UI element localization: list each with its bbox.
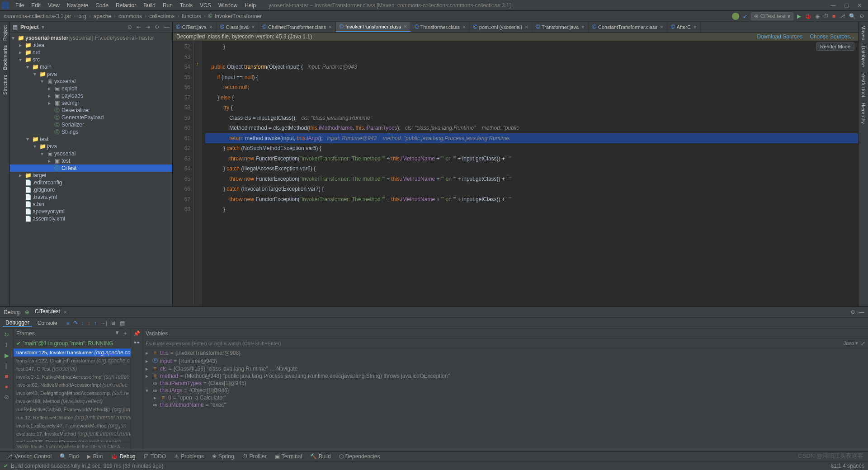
tree-item[interactable]: 📄.gitignore: [10, 186, 172, 193]
force-step-icon[interactable]: ↓: [88, 320, 90, 326]
tree-item[interactable]: ⒸStrings: [10, 128, 172, 136]
tree-item[interactable]: ▸▣test: [10, 157, 172, 164]
frame-row[interactable]: evaluate:17, InvokeMethod (org.junit.int…: [14, 430, 131, 438]
bottom-tab-version-control[interactable]: ⎇Version Control: [3, 453, 55, 460]
variables-tree[interactable]: ▸≡this = {InvokerTransformer@908}▸Ⓟinput…: [143, 348, 868, 451]
bottom-tab-find[interactable]: 🔍Find: [56, 453, 82, 460]
evaluate-input[interactable]: [146, 341, 841, 346]
glasses-icon[interactable]: 👓: [133, 339, 140, 346]
tree-root[interactable]: ▾📁ysoserial-master [ysoserial] F:\code\y…: [10, 34, 172, 42]
evaluate-icon[interactable]: 🖩: [111, 320, 116, 326]
tree-item[interactable]: ▸📁.idea: [10, 42, 172, 49]
tree-item[interactable]: 📄appveyor.yml: [10, 208, 172, 215]
pin-icon[interactable]: 📌: [133, 330, 140, 337]
bottom-tab-profiler[interactable]: ⏱Profiler: [239, 453, 270, 460]
console-tab[interactable]: Console: [35, 320, 60, 326]
close-tab-icon[interactable]: ×: [209, 24, 212, 30]
resume-icon[interactable]: ▶: [5, 352, 9, 359]
tree-item[interactable]: ⒸGeneratePayload: [10, 114, 172, 121]
menu-tools[interactable]: Tools: [176, 2, 196, 9]
cursor-position[interactable]: 61:1 4 spaces: [830, 463, 864, 469]
variable-row[interactable]: ∞this.iParamTypes = {Class[1]@945}: [143, 380, 868, 387]
bottom-tab-debug[interactable]: 🐞Debug: [107, 453, 139, 460]
variable-row[interactable]: ∞this.iMethodName = "exec": [143, 401, 868, 409]
close-tab-icon[interactable]: ×: [525, 24, 528, 30]
debug-icon[interactable]: 🐞: [805, 13, 811, 19]
trace-icon[interactable]: ▤: [120, 320, 125, 326]
editor-tab[interactable]: ©ChainedTransformer.class×: [259, 22, 336, 32]
run-to-cursor-icon[interactable]: →|: [100, 320, 107, 326]
breadcrumb-item[interactable]: commons: [118, 13, 142, 19]
maximize-icon[interactable]: ▢: [844, 2, 849, 9]
settings-icon[interactable]: ⚙: [850, 309, 855, 315]
breadcrumb-item[interactable]: apache: [94, 13, 111, 19]
run-config-dropdown[interactable]: ⊕ CiTest.test ▾: [751, 12, 793, 20]
menu-build[interactable]: Build: [140, 2, 159, 9]
right-tool-restfultool[interactable]: RestfulTool: [861, 72, 866, 97]
reader-mode-badge[interactable]: Reader Mode: [816, 42, 854, 51]
project-view-icon[interactable]: ▤: [13, 24, 18, 30]
tree-item[interactable]: 📄a.bin: [10, 201, 172, 208]
bottom-tab-spring[interactable]: ❀Spring: [208, 453, 238, 460]
bottom-tab-problems[interactable]: ⚠Problems: [170, 453, 208, 460]
frame-row[interactable]: invoke:498, Method (java.lang.reflect): [14, 397, 131, 405]
editor-tab[interactable]: ©InvokerTransformer.class×: [336, 22, 411, 32]
frame-row[interactable]: test:147, CiTest (ysoserial): [14, 365, 131, 373]
rerun-icon[interactable]: ↻: [4, 331, 9, 338]
git-branch-icon[interactable]: ⎇: [839, 13, 845, 19]
tree-item[interactable]: ⒸDeserializer: [10, 107, 172, 114]
frame-row[interactable]: invoke:43, DelegatingMethodAccessorImpl …: [14, 389, 131, 397]
close-icon[interactable]: ✕: [857, 2, 862, 9]
thread-selector[interactable]: "main"@1 in group "main": RUNNING: [23, 340, 113, 347]
editor-tab[interactable]: ©pom.xml (ysoserial)×: [470, 22, 532, 32]
stop-icon[interactable]: ■: [832, 13, 835, 19]
hide-icon[interactable]: —: [859, 309, 864, 315]
menu-window[interactable]: Window: [215, 2, 241, 9]
bottom-tab-build[interactable]: 🔨Build: [307, 453, 335, 460]
close-tab-icon[interactable]: ×: [693, 24, 697, 30]
variable-row[interactable]: ▸≡method = {Method@948} "public java.lan…: [143, 372, 868, 380]
tree-item[interactable]: ▾📁java: [10, 143, 172, 150]
profile-icon[interactable]: ⏱: [823, 13, 829, 19]
debugger-tab[interactable]: Debugger: [3, 320, 32, 327]
tree-item[interactable]: ▸▣exploit: [10, 85, 172, 92]
coverage-icon[interactable]: ◉: [815, 13, 820, 19]
variable-row[interactable]: ▸≡0 = "open -a Calculator": [143, 394, 868, 401]
close-tab-icon[interactable]: ×: [581, 24, 585, 30]
tree-item[interactable]: 📄assembly.xml: [10, 215, 172, 222]
variable-row[interactable]: ▸≡cls = {Class@156} "class java.lang.Run…: [143, 365, 868, 372]
menu-code[interactable]: Code: [92, 2, 112, 9]
user-avatar-icon[interactable]: [732, 13, 739, 20]
step-over-icon[interactable]: ↷: [73, 320, 78, 326]
search-icon[interactable]: 🔍: [849, 13, 856, 19]
view-breakpoints-icon[interactable]: ●: [5, 383, 9, 390]
close-tab-icon[interactable]: ×: [462, 24, 466, 30]
close-tab-icon[interactable]: ×: [660, 24, 663, 30]
project-tool-button[interactable]: Project: [2, 25, 8, 41]
tree-item[interactable]: ▸▣payloads: [10, 92, 172, 99]
tree-item[interactable]: ▸📁out: [10, 49, 172, 56]
tree-item[interactable]: ▾📁src: [10, 56, 172, 63]
tree-item[interactable]: ⒸSerializer: [10, 121, 172, 128]
variable-row[interactable]: ▾∞this.iArgs = {Object[1]@946}: [143, 387, 868, 394]
bottom-tab-run[interactable]: ▶Run: [83, 453, 106, 460]
tree-item[interactable]: ▾📁java: [10, 70, 172, 78]
menu-navigate[interactable]: Navigate: [63, 2, 92, 9]
frame-row[interactable]: invoke:62, NativeMethodAccessorImpl (sun…: [14, 381, 131, 389]
structure-tool-button[interactable]: Structure: [2, 75, 8, 95]
menu-view[interactable]: View: [44, 2, 63, 9]
git-update-icon[interactable]: ↙: [743, 13, 747, 19]
frame-row[interactable]: transform:125, InvokerTransformer (org.a…: [14, 348, 131, 357]
line-gutter[interactable]: 5253545556575859606162636465666768: [173, 41, 193, 306]
menu-file[interactable]: File: [12, 2, 28, 9]
tree-item[interactable]: ⒸCiTest: [10, 164, 172, 172]
bookmarks-tool-button[interactable]: Bookmarks: [2, 45, 8, 70]
editor-tab[interactable]: ©ConstantTransformer.class×: [589, 22, 667, 32]
breadcrumb-item[interactable]: functors: [182, 13, 201, 19]
code-content[interactable]: } public Object transform(Object input) …: [202, 41, 858, 306]
breadcrumb-item[interactable]: collections: [149, 13, 175, 19]
expand-icon[interactable]: ⇥: [146, 24, 150, 30]
editor-tab[interactable]: ©Class.java×: [217, 22, 259, 32]
close-tab-icon[interactable]: ×: [329, 24, 332, 30]
close-tab-icon[interactable]: ×: [251, 24, 255, 30]
